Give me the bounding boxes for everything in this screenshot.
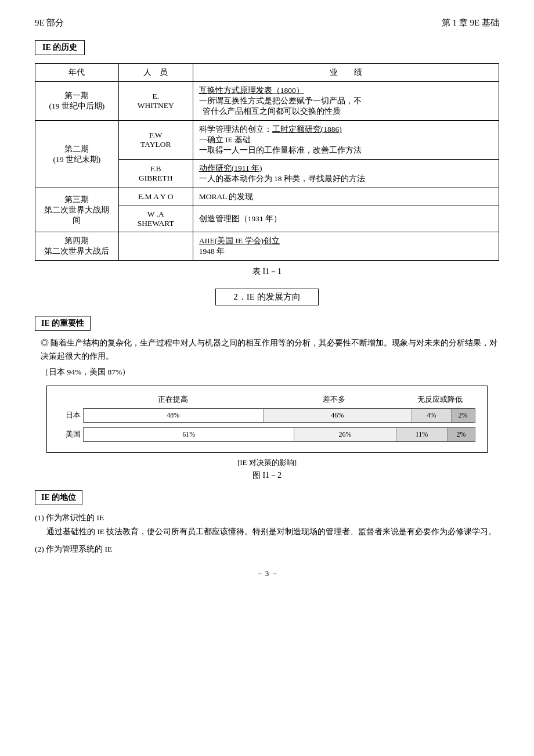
chart-container: 正在提高 差不多 无反应或降低 日本 48% 46% 4% 2% 美国 61% … (46, 386, 488, 453)
bar-japan-3: 4% (412, 409, 452, 422)
figure-main-caption: 图 I1－2 (35, 470, 499, 481)
achievement-2a: 科学管理法的创立：工时定额研究(1886) 一确立 IE 基础 一取得一人一日的… (193, 121, 499, 160)
period-1: 第一期(19 世纪中后期) (35, 82, 119, 121)
th-period: 年代 (35, 64, 119, 82)
period-2: 第二期(19 世纪末期) (35, 121, 119, 188)
figure-sub-caption: [IE 对决策的影响] (35, 458, 499, 468)
bar-japan-1: 48% (84, 409, 264, 422)
person-4 (118, 232, 193, 261)
table-row: 第一期(19 世纪中后期) E.WHITNEY 互换性方式原理发表（1800） … (35, 82, 499, 121)
chart-header-2: 差不多 (264, 394, 405, 405)
table-row: 第四期第二次世界大战后 AIIE(美国 IE 学会)创立 1948 年 (35, 232, 499, 261)
status-item-2: (2) 作为管理系统的 IE (35, 542, 499, 556)
status-item-1-body: 通过基础性的 IE 技法教育，使公司所有员工都应该懂得。特别是对制造现场的管理者… (46, 527, 497, 536)
status-item-1-number: (1) 作为常识性的 IE (35, 513, 104, 522)
page-number: － 3 － (35, 568, 499, 579)
person-3b: W .ASHEWART (118, 206, 193, 232)
table-row: 第二期(19 世纪末期) F.WTAYLOR 科学管理法的创立：工时定额研究(1… (35, 121, 499, 160)
table-row: 第三期第二次世界大战期间 E.M A Y O MORAL 的发现 (35, 188, 499, 206)
importance-note: （日本 94%，美国 87%） (41, 367, 499, 377)
person-1: E.WHITNEY (118, 82, 193, 121)
bar-usa-2: 26% (294, 428, 396, 441)
bar-japan-4: 2% (452, 409, 475, 422)
achievement-4: AIIE(美国 IE 学会)创立 1948 年 (193, 232, 499, 261)
period-4: 第四期第二次世界大战后 (35, 232, 119, 261)
person-3a: E.M A Y O (118, 188, 193, 206)
status-item-2-number: (2) 作为管理系统的 IE (35, 545, 112, 553)
section1: IE 的历史 年代 人 员 业 绩 第一期(19 世纪中后期) E.WHITNE… (35, 40, 499, 277)
bar-japan-2: 46% (264, 409, 412, 422)
achievement-3b: 创造管理图（1931 年） (193, 206, 499, 232)
person-2a: F.WTAYLOR (118, 121, 193, 160)
bar-usa-4: 2% (448, 428, 475, 441)
period-3: 第三期第二次世界大战期间 (35, 188, 119, 232)
achievement-2b: 动作研究(1911 年) 一人的基本动作分为 18 种类，寻找最好的方法 (193, 160, 499, 188)
achievement-1: 互换性方式原理发表（1800） 一所谓互换性方式是把公差赋予一切产品，不 管什么… (193, 82, 499, 121)
chart-header-1: 正在提高 (83, 394, 264, 405)
person-2b: F.BGIBRETH (118, 160, 193, 188)
bar-usa-1: 61% (84, 428, 294, 441)
section4-title: IE 的地位 (35, 490, 82, 505)
history-table: 年代 人 员 业 绩 第一期(19 世纪中后期) E.WHITNEY 互换性方式… (35, 63, 499, 261)
section2: 2．IE 的发展方向 (35, 289, 499, 305)
table-caption: 表 I1－1 (35, 267, 499, 277)
achievement-3a: MORAL 的发现 (193, 188, 499, 206)
section4: IE 的地位 (1) 作为常识性的 IE 通过基础性的 IE 技法教育，使公司所… (35, 490, 499, 557)
th-person: 人 员 (118, 64, 193, 82)
header-left: 9E 部分 (35, 17, 64, 28)
section2-title: 2．IE 的发展方向 (215, 289, 318, 305)
chart-bar-japan: 48% 46% 4% 2% (83, 408, 475, 423)
chart-label-usa: 美国 (59, 429, 83, 440)
th-achievement: 业 绩 (193, 64, 499, 82)
importance-text: ◎ 随着生产结构的复杂化，生产过程中对人与机器之间的相互作用等的分析，其必要性不… (41, 337, 499, 363)
page-header: 9E 部分 第 1 章 9E 基础 (35, 17, 499, 28)
section1-title: IE 的历史 (35, 40, 85, 55)
bar-usa-3: 11% (396, 428, 448, 441)
header-right: 第 1 章 9E 基础 (442, 17, 499, 28)
status-item-1: (1) 作为常识性的 IE 通过基础性的 IE 技法教育，使公司所有员工都应该懂… (35, 511, 499, 539)
chart-label-japan: 日本 (59, 410, 83, 420)
chart-header-3: 无反应或降低 (405, 394, 475, 405)
chart-bar-usa: 61% 26% 11% 2% (83, 427, 475, 442)
section3-title: IE 的重要性 (35, 316, 91, 331)
section3: IE 的重要性 ◎ 随着生产结构的复杂化，生产过程中对人与机器之间的相互作用等的… (35, 316, 499, 481)
